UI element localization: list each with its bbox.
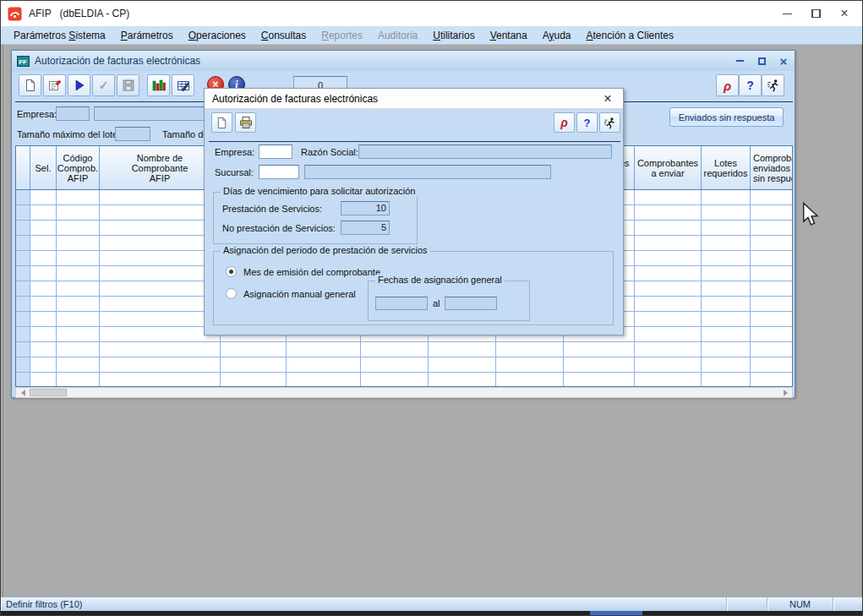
column-header-codigo[interactable]: Código Comprob. AFIP — [57, 146, 100, 189]
play-icon — [73, 79, 86, 92]
scroll-left-button[interactable] — [16, 388, 30, 397]
title-bar: AFIP (dbELDIA - CP) × — [1, 1, 862, 26]
radio-mes-emision[interactable] — [226, 266, 237, 277]
svg-text:FF: FF — [19, 57, 27, 65]
arrow-cursor-icon — [802, 202, 821, 227]
no-prestacion-field[interactable]: 5 — [341, 221, 390, 235]
horizontal-scrollbar[interactable] — [15, 387, 793, 398]
window-bottom-border — [1, 611, 862, 616]
mouse-cursor — [802, 202, 821, 230]
rho-filter-icon: ρ — [560, 116, 567, 129]
no-prestacion-label: No prestación de Servicios: — [222, 223, 336, 233]
menu-reportes: Reportes — [314, 26, 370, 45]
asignacion-group: Asignación del periodo de prestación de … — [213, 251, 614, 325]
application-window: AFIP (dbELDIA - CP) × Parámetros Sistema… — [0, 0, 863, 616]
menu-ventana[interactable]: Ventana — [483, 26, 535, 45]
new-record-button[interactable] — [19, 74, 41, 96]
column-header-lotes[interactable]: Lotes requeridos — [702, 146, 751, 189]
menu-atencion-clientes[interactable]: Atención a Clientes — [579, 26, 681, 45]
dialog-title-bar: Autorización de facturas electrónicas × — [205, 89, 623, 109]
restore-button[interactable] — [801, 3, 830, 25]
dialog-close-button[interactable]: × — [599, 90, 616, 107]
child-minimize-button[interactable] — [732, 54, 747, 68]
dialog-title: Autorización de facturas electrónicas — [212, 93, 378, 105]
dialog-print-button[interactable] — [235, 112, 256, 133]
table-row[interactable] — [16, 342, 793, 357]
new-document-icon — [24, 79, 37, 92]
status-message: Definir filtros (F10) — [1, 597, 727, 611]
radio-mes-emision-label[interactable]: Mes de emisión del comprobante — [243, 267, 380, 277]
fecha-desde-field — [375, 297, 428, 310]
menu-operaciones[interactable]: Operaciones — [181, 26, 254, 45]
help-button[interactable]: ? — [739, 74, 762, 96]
menu-auditoria: Auditoria — [370, 26, 425, 45]
scrollbar-thumb[interactable] — [30, 389, 67, 396]
prestacion-field[interactable]: 10 — [341, 201, 390, 215]
close-button[interactable]: × — [830, 3, 859, 25]
table-row[interactable] — [16, 357, 793, 373]
asignacion-group-title: Asignación del periodo de prestación de … — [221, 245, 430, 255]
save-button — [117, 74, 139, 96]
menu-parametros[interactable]: Parámetros — [113, 26, 181, 45]
help-icon: ? — [584, 117, 591, 129]
printer-icon — [239, 116, 253, 129]
rho-filter-icon: ρ — [724, 79, 731, 93]
empresa-code-field[interactable] — [56, 106, 90, 121]
menu-ayuda[interactable]: Ayuda — [535, 26, 579, 45]
dialog-razon-label: Razón Social: — [301, 147, 358, 157]
form-icon: FF — [17, 56, 30, 67]
table-row[interactable] — [16, 373, 793, 387]
filter-button[interactable]: ρ — [716, 74, 739, 96]
minimize-button[interactable] — [773, 3, 801, 25]
radio-asignacion-manual[interactable] — [226, 288, 237, 299]
child-close-button[interactable]: × — [776, 54, 791, 68]
column-header-nombre[interactable]: Nombre de Comprobante AFIP — [100, 146, 221, 189]
exit-button[interactable] — [762, 74, 784, 96]
save-icon — [122, 79, 135, 92]
confirm-button: ✓ — [92, 74, 115, 96]
color-bars-icon — [152, 79, 166, 92]
menu-consultas[interactable]: Consultas — [254, 26, 314, 45]
vencimiento-group: Días de vencimiento para solicitar autor… — [213, 192, 418, 244]
run-button[interactable] — [68, 74, 90, 96]
child-restore-button[interactable] — [754, 54, 769, 68]
child-window-title: Autorización de facturas electrónicas — [35, 55, 200, 67]
radio-asignacion-manual-label[interactable]: Asignación manual general — [243, 289, 356, 299]
scroll-right-button[interactable] — [778, 388, 792, 397]
vencimiento-group-title: Días de vencimiento para solicitar autor… — [221, 186, 418, 196]
menu-parametros-sistema[interactable]: Parámetros Sistema — [6, 26, 113, 45]
properties-button[interactable] — [43, 74, 66, 96]
enviados-sin-respuesta-button[interactable]: Enviados sin respuesta — [669, 107, 784, 127]
columns-button[interactable] — [147, 74, 170, 96]
dialog-sucursal-field[interactable] — [259, 165, 299, 179]
dialog-sucursal-label: Sucursal: — [215, 167, 254, 177]
empresa-label: Empresa: — [17, 109, 57, 119]
window-title: AFIP (dbELDIA - CP) — [29, 8, 129, 19]
dialog-filter-button[interactable]: ρ — [554, 112, 575, 133]
close-icon: × — [840, 7, 848, 20]
column-header-sel[interactable]: Sel. — [30, 146, 57, 189]
check-icon: ✓ — [99, 79, 109, 92]
dialog-empresa-field[interactable] — [259, 144, 292, 159]
menu-utilitarios[interactable]: Utilitarios — [425, 26, 482, 45]
app-logo-icon — [8, 7, 22, 21]
status-panel-empty1 — [727, 597, 767, 611]
scroll-left-icon — [21, 390, 25, 396]
dialog-exit-button[interactable] — [599, 112, 620, 133]
dialog-empresa-label: Empresa: — [215, 147, 254, 157]
taskbar-sliver — [590, 611, 642, 616]
dialog-new-button[interactable] — [211, 112, 232, 133]
prestacion-label: Prestación de Servicios: — [222, 204, 322, 214]
column-header-enviados[interactable]: Comprobantes enviados sin respuesta — [751, 146, 793, 189]
grid-edit-button[interactable] — [172, 74, 194, 96]
child-title-bar: FF Autorización de facturas electrónicas… — [12, 51, 795, 71]
column-header-rowselector — [16, 146, 30, 189]
menu-bar: Parámetros Sistema Parámetros Operacione… — [1, 26, 862, 45]
dialog-help-button[interactable]: ? — [576, 112, 598, 133]
status-panel-empty2 — [833, 597, 862, 611]
dialog-razon-field — [358, 144, 612, 159]
column-header-a-enviar[interactable]: Comprobantes a enviar — [635, 146, 702, 189]
child-restore-icon — [758, 57, 766, 65]
properties-icon — [48, 79, 62, 92]
lote-max-field[interactable] — [115, 127, 150, 141]
